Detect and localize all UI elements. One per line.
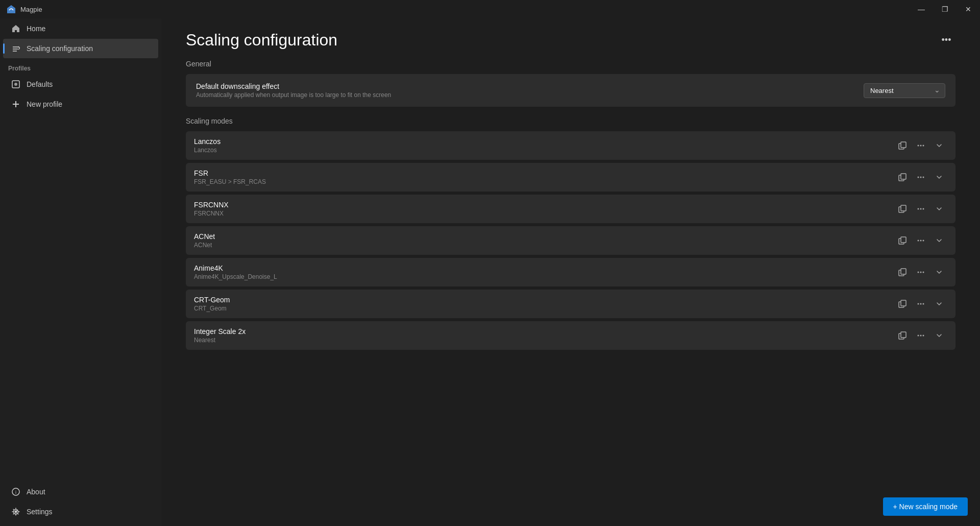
svg-point-15: [918, 177, 919, 178]
mode-sub-2: FSRCNNX: [194, 210, 229, 217]
minimize-button[interactable]: —: [910, 0, 933, 18]
general-section-title: General: [161, 60, 980, 74]
sidebar: HomeScaling configuration Profiles Defau…: [0, 0, 161, 526]
mode-more-button-3[interactable]: [913, 232, 929, 249]
mode-copy-button-0[interactable]: [894, 137, 911, 154]
sidebar-item-settings[interactable]: Settings: [3, 502, 158, 521]
card-text: Default downscaling effect Automatically…: [196, 82, 391, 99]
mode-name-4: Anime4K: [194, 264, 277, 272]
mode-copy-button-4[interactable]: [894, 264, 911, 280]
svg-point-40: [918, 335, 919, 337]
mode-copy-button-6[interactable]: [894, 327, 911, 344]
svg-point-37: [923, 303, 924, 305]
sidebar-bottom-nav: iAboutSettings: [0, 482, 161, 521]
mode-row-left: Anime4KAnime4K_Upscale_Denoise_L: [194, 264, 277, 280]
mode-sub-0: Lanczos: [194, 147, 220, 154]
mode-copy-button-5[interactable]: [894, 296, 911, 312]
mode-more-button-0[interactable]: [913, 137, 929, 154]
sidebar-item-about[interactable]: iAbout: [3, 482, 158, 501]
main-content: Scaling configuration ••• General Defaul…: [161, 0, 980, 526]
sidebar-item-new-profile[interactable]: New profile: [3, 94, 158, 114]
mode-row-actions: [894, 264, 947, 280]
sidebar-item-label-new-profile: New profile: [27, 100, 62, 108]
svg-point-26: [920, 240, 922, 242]
scaling-modes-section: Scaling modes LanczosLanczosFSRFSR_EASU …: [161, 117, 980, 350]
maximize-button[interactable]: ❐: [933, 0, 957, 18]
svg-point-10: [918, 145, 919, 147]
svg-point-36: [920, 303, 922, 305]
svg-rect-24: [901, 237, 906, 243]
mode-row-left: FSRCNNXFSRCNNX: [194, 201, 229, 217]
scaling-mode-row-1: FSRFSR_EASU > FSR_RCAS: [186, 163, 955, 192]
mode-copy-button-2[interactable]: [894, 201, 911, 217]
scaling-mode-row-4: Anime4KAnime4K_Upscale_Denoise_L: [186, 258, 955, 286]
new-scaling-mode-button[interactable]: + New scaling mode: [883, 497, 968, 516]
mode-name-0: Lanczos: [194, 137, 220, 146]
mode-copy-button-1[interactable]: [894, 169, 911, 185]
sidebar-item-label-home: Home: [27, 25, 45, 33]
sidebar-bottom: iAboutSettings: [0, 482, 161, 526]
scaling-modes-title: Scaling modes: [161, 117, 980, 131]
more-options-button[interactable]: •••: [937, 31, 955, 50]
mode-expand-button-3[interactable]: [931, 232, 947, 249]
home-icon: [11, 24, 20, 33]
mode-sub-4: Anime4K_Upscale_Denoise_L: [194, 273, 277, 280]
svg-rect-19: [901, 205, 906, 211]
mode-name-2: FSRCNNX: [194, 201, 229, 209]
mode-sub-6: Nearest: [194, 337, 246, 344]
downscaling-dropdown-wrapper: Nearest Bilinear Bicubic Lanczos: [864, 83, 945, 98]
downscaling-dropdown[interactable]: Nearest Bilinear Bicubic Lanczos: [864, 83, 945, 98]
mode-expand-button-2[interactable]: [931, 201, 947, 217]
sidebar-item-home[interactable]: Home: [3, 19, 158, 38]
sidebar-item-scaling-configuration[interactable]: Scaling configuration: [3, 39, 158, 58]
scaling-mode-row-0: LanczosLanczos: [186, 131, 955, 160]
mode-more-button-6[interactable]: [913, 327, 929, 344]
mode-name-3: ACNet: [194, 232, 215, 241]
scaling-mode-row-6: Integer Scale 2xNearest: [186, 321, 955, 350]
mode-sub-5: CRT_Geom: [194, 305, 230, 312]
mode-name-1: FSR: [194, 169, 266, 177]
svg-point-12: [923, 145, 924, 147]
sidebar-item-label-scaling-configuration: Scaling configuration: [27, 44, 93, 53]
app-title: Magpie: [20, 6, 42, 13]
mode-row-actions: [894, 201, 947, 217]
titlebar-left: Magpie: [6, 4, 42, 14]
mode-row-actions: [894, 137, 947, 154]
defaults-icon: [11, 80, 20, 89]
svg-point-42: [923, 335, 924, 337]
mode-sub-1: FSR_EASU > FSR_RCAS: [194, 178, 266, 185]
titlebar-controls: — ❐ ✕: [910, 0, 980, 18]
sidebar-item-label-defaults: Defaults: [27, 80, 53, 88]
svg-point-11: [920, 145, 922, 147]
svg-point-20: [918, 208, 919, 210]
svg-point-27: [923, 240, 924, 242]
sidebar-nav: HomeScaling configuration: [0, 18, 161, 59]
mode-row-left: LanczosLanczos: [194, 137, 220, 154]
mode-expand-button-4[interactable]: [931, 264, 947, 280]
mode-more-button-2[interactable]: [913, 201, 929, 217]
scaling-icon: [11, 44, 20, 53]
mode-more-button-4[interactable]: [913, 264, 929, 280]
svg-point-31: [920, 272, 922, 273]
mode-row-actions: [894, 296, 947, 312]
downscaling-label: Default downscaling effect: [196, 82, 391, 90]
titlebar: Magpie — ❐ ✕: [0, 0, 980, 18]
scaling-mode-row-3: ACNetACNet: [186, 226, 955, 255]
svg-rect-34: [901, 300, 906, 306]
mode-expand-button-5[interactable]: [931, 296, 947, 312]
svg-point-32: [923, 272, 924, 273]
svg-text:i: i: [15, 490, 16, 495]
mode-more-button-1[interactable]: [913, 169, 929, 185]
mode-more-button-5[interactable]: [913, 296, 929, 312]
close-button[interactable]: ✕: [957, 0, 980, 18]
mode-expand-button-6[interactable]: [931, 327, 947, 344]
mode-expand-button-0[interactable]: [931, 137, 947, 154]
sidebar-item-defaults[interactable]: Defaults: [3, 75, 158, 94]
svg-rect-9: [901, 142, 906, 148]
profiles-label: Profiles: [0, 59, 161, 74]
mode-expand-button-1[interactable]: [931, 169, 947, 185]
svg-point-21: [920, 208, 922, 210]
mode-name-6: Integer Scale 2x: [194, 327, 246, 336]
scaling-modes-list: LanczosLanczosFSRFSR_EASU > FSR_RCASFSRC…: [161, 131, 980, 350]
mode-copy-button-3[interactable]: [894, 232, 911, 249]
